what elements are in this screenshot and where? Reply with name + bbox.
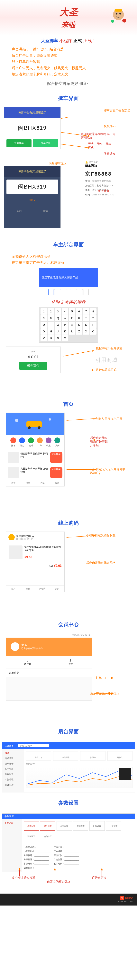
keyboard-key[interactable]: 5 [69,308,76,315]
form-field[interactable]: 分享标题：____________ [24,853,51,858]
home-icon-item[interactable]: 优惠 [46,438,52,447]
home-icon-item[interactable]: 购码 [28,438,34,447]
form-field[interactable]: 显示时长：____________ [54,862,79,866]
tab-item[interactable]: 取消 [43,210,48,213]
nav-item[interactable]: 分类 [21,585,35,592]
product-row[interactable]: 大圣挪车码 一扫即挪 方便快捷 立即购买 [6,465,65,480]
keyboard-key[interactable]: Y [90,315,96,321]
home-icon-item[interactable]: 我的 [54,438,60,447]
keyboard-key[interactable]: U [41,321,47,328]
annotation: 无火、无火、无火无火 [88,142,117,150]
product-row[interactable]: 悟空挪车码 智能挪车 扫码呼叫 立即购买 [6,450,65,465]
keyboard-key[interactable]: O [55,321,61,328]
keyboard-key[interactable]: X [83,328,90,334]
form-field[interactable]: 广告图片：____________ [54,845,79,849]
keyboard-key[interactable]: 3 [55,308,61,315]
form-field[interactable]: 开启广告：____________ [54,853,79,858]
admin-menu-item[interactable]: 统计分析 [4,782,22,788]
keyboard-key[interactable]: 4 [61,308,68,315]
form-field[interactable]: 广告链接：____________ [54,849,79,853]
admin-menu-item[interactable]: 车主管理 [4,766,22,772]
keyboard-key[interactable]: 8 [90,308,96,315]
keyboard-key[interactable]: E [69,315,76,321]
keyboard-key[interactable]: V [41,335,47,341]
nav-item[interactable]: 订单 [35,480,50,486]
admin-menu-item[interactable]: 挪车记录 [4,761,22,766]
home-icon-item[interactable]: 订单 [37,438,43,447]
feature-item: 声音洪亮，一键"一次"，结合清楚 [0,46,137,52]
tab-item[interactable]: 即刻 [17,210,22,213]
nav-item[interactable]: 挪车 [21,480,35,486]
keyboard-key[interactable]: J [55,328,61,334]
keyboard-key[interactable]: P [61,321,68,328]
module-item[interactable]: 分享设置 [106,821,121,830]
keyboard-key[interactable]: 9 [41,315,47,321]
plate-char-input[interactable] [78,289,83,295]
module-item[interactable]: 基础设置 [24,821,39,830]
keyboard-key[interactable]: B [47,335,54,341]
module-item[interactable]: 通知设置 [73,821,88,830]
keyboard-key[interactable]: W [61,315,68,321]
buy-button[interactable]: 立即购买 [50,452,63,463]
plate-char-input[interactable] [66,289,71,295]
keyboard-key[interactable]: I [47,321,54,328]
side-item[interactable]: 参数设置 [4,821,20,826]
keyboard-key[interactable]: A [69,321,76,328]
search-input[interactable] [18,744,49,747]
module-item[interactable]: 会员设置 [40,832,55,841]
keyboard-key[interactable]: 0 [47,315,54,321]
plate-char-input[interactable] [60,289,65,295]
admin-menu-item[interactable]: 广告管理 [4,777,22,782]
keyboard-key[interactable]: K [61,328,68,334]
nav-item[interactable]: 首页 [6,480,21,486]
keyboard-key[interactable]: F [90,321,96,328]
module-item[interactable]: 挪车设置 [40,821,55,830]
plate-char-input[interactable] [72,289,77,295]
nav-item[interactable]: 首页 [6,585,21,592]
keyboard-key[interactable]: G [41,328,47,334]
form-field[interactable]: 广告位置：____________ [54,858,79,862]
module-item[interactable]: 支付设置 [57,821,72,830]
plate-char-input[interactable] [83,289,89,295]
keyboard-key[interactable]: D [83,321,90,328]
keyboard-key[interactable]: Q [55,315,61,321]
stat-item[interactable]: 0待付款 [6,655,49,668]
keyboard-key[interactable]: S [76,321,82,328]
share-button[interactable]: 分享好友 [33,139,58,147]
mock-pay-button[interactable]: 模拟支付 [19,362,47,370]
plate-char-input[interactable] [48,289,54,295]
keyboard-key[interactable]: M [61,335,68,341]
form-field[interactable]: 小程序名称：____________ [24,845,51,849]
keyboard-key[interactable]: R [76,315,82,321]
nav-item[interactable]: 我的 [50,585,65,592]
keyboard-key[interactable]: N [55,335,61,341]
product-card[interactable]: 悟空智能挪车码 防水防晒 扫码即可通知车主 ¥9.03 [6,543,65,562]
orders-link[interactable]: 订单分类 [6,668,92,677]
admin-menu-item[interactable]: 订单管理 [4,756,22,761]
nav-item[interactable]: 购物车 [35,585,50,592]
keyboard-key[interactable]: 2 [47,308,54,315]
keyboard-key[interactable]: T [83,315,90,321]
keyboard-key[interactable]: 1 [41,308,47,315]
plate-char-input[interactable] [54,289,59,295]
module-item[interactable]: 商城设置 [24,832,39,841]
home-icon-item[interactable]: 绑定 [19,438,25,447]
admin-menu-item[interactable]: 概览 [4,751,22,756]
form-field[interactable]: 客服电话：____________ [24,862,51,866]
nav-item[interactable]: 我的 [50,480,65,486]
form-field[interactable]: 版权信息：____________ [24,866,51,870]
form-field[interactable]: 分享描述：____________ [24,858,51,862]
module-item[interactable]: 广告设置 [90,821,105,830]
buy-button[interactable]: 立即购买 [50,467,63,478]
home-icon-item[interactable]: 挪车 [10,438,16,447]
keyboard-key[interactable]: Z [76,328,82,334]
stat-item[interactable]: 1个数 [49,655,92,668]
keyboard-key[interactable]: 6 [76,308,82,315]
keyboard-key[interactable]: C [90,328,96,334]
form-field[interactable]: 小程序图标：____________ [24,849,51,853]
move-car-button[interactable]: 立即挪车 [6,139,31,147]
keyboard-key[interactable]: H [47,328,54,334]
keyboard-key[interactable]: 7 [83,308,90,315]
admin-menu-item[interactable]: 参数设置 [4,772,22,777]
keyboard-key[interactable]: L [69,328,76,334]
